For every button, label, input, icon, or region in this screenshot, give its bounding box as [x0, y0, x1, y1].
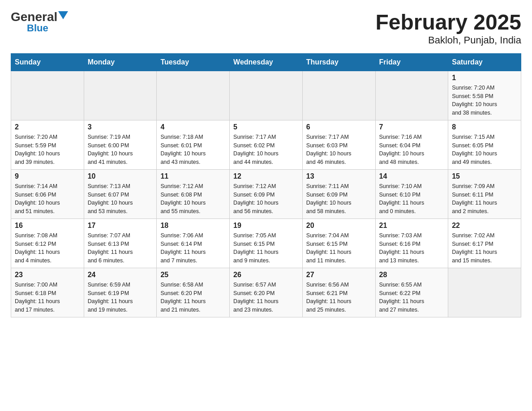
day-info: Sunrise: 7:09 AMSunset: 6:11 PMDaylight:…	[452, 182, 517, 216]
calendar-cell: 6Sunrise: 7:17 AMSunset: 6:03 PMDaylight…	[302, 120, 375, 169]
calendar-cell: 23Sunrise: 7:00 AMSunset: 6:18 PMDayligh…	[11, 268, 84, 317]
calendar-cell: 12Sunrise: 7:12 AMSunset: 6:09 PMDayligh…	[230, 169, 303, 218]
calendar-day-header: Tuesday	[157, 53, 230, 71]
calendar-cell: 16Sunrise: 7:08 AMSunset: 6:12 PMDayligh…	[11, 218, 84, 268]
calendar-week-row: 16Sunrise: 7:08 AMSunset: 6:12 PMDayligh…	[11, 218, 521, 268]
calendar-cell: 24Sunrise: 6:59 AMSunset: 6:19 PMDayligh…	[84, 268, 157, 317]
calendar-cell: 4Sunrise: 7:18 AMSunset: 6:01 PMDaylight…	[157, 120, 230, 169]
calendar-cell	[157, 71, 230, 120]
calendar-cell: 18Sunrise: 7:06 AMSunset: 6:14 PMDayligh…	[157, 218, 230, 268]
day-info: Sunrise: 7:20 AMSunset: 5:59 PMDaylight:…	[15, 133, 80, 167]
day-info: Sunrise: 7:03 AMSunset: 6:16 PMDaylight:…	[379, 231, 445, 265]
day-info: Sunrise: 7:19 AMSunset: 6:00 PMDaylight:…	[88, 133, 153, 167]
calendar-week-row: 2Sunrise: 7:20 AMSunset: 5:59 PMDaylight…	[11, 120, 521, 169]
day-number: 24	[88, 271, 153, 279]
calendar-cell: 19Sunrise: 7:05 AMSunset: 6:15 PMDayligh…	[230, 218, 303, 268]
calendar-cell: 7Sunrise: 7:16 AMSunset: 6:04 PMDaylight…	[375, 120, 448, 169]
calendar-header-row: SundayMondayTuesdayWednesdayThursdayFrid…	[11, 53, 521, 71]
day-info: Sunrise: 6:57 AMSunset: 6:20 PMDaylight:…	[233, 281, 299, 314]
title-block: February 2025 Bakloh, Punjab, India	[375, 11, 521, 46]
calendar-cell: 10Sunrise: 7:13 AMSunset: 6:07 PMDayligh…	[84, 169, 157, 218]
calendar-cell: 25Sunrise: 6:58 AMSunset: 6:20 PMDayligh…	[157, 268, 230, 317]
calendar-cell	[84, 71, 157, 120]
calendar-cell	[448, 268, 521, 317]
day-info: Sunrise: 7:00 AMSunset: 6:18 PMDaylight:…	[15, 281, 80, 314]
calendar-cell: 28Sunrise: 6:55 AMSunset: 6:22 PMDayligh…	[375, 268, 448, 317]
calendar-cell: 26Sunrise: 6:57 AMSunset: 6:20 PMDayligh…	[230, 268, 303, 317]
day-info: Sunrise: 7:14 AMSunset: 6:06 PMDaylight:…	[15, 182, 80, 216]
day-number: 16	[15, 222, 80, 230]
day-number: 15	[452, 172, 517, 180]
day-number: 17	[88, 222, 153, 230]
calendar-day-header: Thursday	[302, 53, 375, 71]
calendar-day-header: Wednesday	[230, 53, 303, 71]
logo-blue-text: Blue	[27, 23, 48, 33]
calendar-cell: 27Sunrise: 6:56 AMSunset: 6:21 PMDayligh…	[302, 268, 375, 317]
day-info: Sunrise: 7:05 AMSunset: 6:15 PMDaylight:…	[233, 231, 299, 265]
calendar-cell: 21Sunrise: 7:03 AMSunset: 6:16 PMDayligh…	[375, 218, 448, 268]
calendar-table: SundayMondayTuesdayWednesdayThursdayFrid…	[11, 53, 521, 317]
day-number: 20	[306, 222, 372, 230]
calendar-cell: 22Sunrise: 7:02 AMSunset: 6:17 PMDayligh…	[448, 218, 521, 268]
day-info: Sunrise: 7:02 AMSunset: 6:17 PMDaylight:…	[452, 231, 517, 265]
calendar-day-header: Saturday	[448, 53, 521, 71]
calendar-cell: 5Sunrise: 7:17 AMSunset: 6:02 PMDaylight…	[230, 120, 303, 169]
day-number: 13	[306, 172, 372, 180]
day-info: Sunrise: 6:56 AMSunset: 6:21 PMDaylight:…	[306, 281, 372, 314]
page-title: February 2025	[375, 11, 521, 34]
calendar-cell: 8Sunrise: 7:15 AMSunset: 6:05 PMDaylight…	[448, 120, 521, 169]
logo-general-text: General	[11, 11, 57, 23]
logo-triangle-icon	[58, 11, 68, 21]
calendar-day-header: Friday	[375, 53, 448, 71]
day-info: Sunrise: 7:13 AMSunset: 6:07 PMDaylight:…	[88, 182, 153, 216]
day-number: 19	[233, 222, 299, 230]
calendar-cell	[302, 71, 375, 120]
day-number: 8	[452, 123, 517, 131]
day-number: 1	[452, 74, 517, 82]
day-number: 22	[452, 222, 517, 230]
day-number: 10	[88, 172, 153, 180]
calendar-cell: 2Sunrise: 7:20 AMSunset: 5:59 PMDaylight…	[11, 120, 84, 169]
day-info: Sunrise: 7:12 AMSunset: 6:08 PMDaylight:…	[160, 182, 226, 216]
page-header: General Blue February 2025 Bakloh, Punja…	[11, 11, 521, 46]
day-number: 28	[379, 271, 445, 279]
calendar-header: SundayMondayTuesdayWednesdayThursdayFrid…	[11, 53, 521, 71]
calendar-cell	[375, 71, 448, 120]
calendar-body: 1Sunrise: 7:20 AMSunset: 5:58 PMDaylight…	[11, 71, 521, 317]
calendar-cell: 13Sunrise: 7:11 AMSunset: 6:09 PMDayligh…	[302, 169, 375, 218]
day-info: Sunrise: 6:59 AMSunset: 6:19 PMDaylight:…	[88, 281, 153, 314]
calendar-day-header: Sunday	[11, 53, 84, 71]
day-number: 27	[306, 271, 372, 279]
day-number: 4	[160, 123, 226, 131]
day-info: Sunrise: 7:17 AMSunset: 6:03 PMDaylight:…	[306, 133, 372, 167]
calendar-week-row: 9Sunrise: 7:14 AMSunset: 6:06 PMDaylight…	[11, 169, 521, 218]
calendar-cell	[230, 71, 303, 120]
day-number: 3	[88, 123, 153, 131]
day-number: 23	[15, 271, 80, 279]
calendar-cell: 17Sunrise: 7:07 AMSunset: 6:13 PMDayligh…	[84, 218, 157, 268]
day-info: Sunrise: 7:10 AMSunset: 6:10 PMDaylight:…	[379, 182, 445, 216]
calendar-week-row: 1Sunrise: 7:20 AMSunset: 5:58 PMDaylight…	[11, 71, 521, 120]
day-number: 2	[15, 123, 80, 131]
page-subtitle: Bakloh, Punjab, India	[375, 34, 521, 46]
calendar-cell: 3Sunrise: 7:19 AMSunset: 6:00 PMDaylight…	[84, 120, 157, 169]
day-info: Sunrise: 6:58 AMSunset: 6:20 PMDaylight:…	[160, 281, 226, 314]
day-number: 12	[233, 172, 299, 180]
day-number: 18	[160, 222, 226, 230]
day-number: 26	[233, 271, 299, 279]
calendar-week-row: 23Sunrise: 7:00 AMSunset: 6:18 PMDayligh…	[11, 268, 521, 317]
calendar-cell	[11, 71, 84, 120]
day-info: Sunrise: 7:15 AMSunset: 6:05 PMDaylight:…	[452, 133, 517, 167]
day-number: 6	[306, 123, 372, 131]
day-info: Sunrise: 6:55 AMSunset: 6:22 PMDaylight:…	[379, 281, 445, 314]
calendar-cell: 1Sunrise: 7:20 AMSunset: 5:58 PMDaylight…	[448, 71, 521, 120]
day-number: 21	[379, 222, 445, 230]
calendar-cell: 14Sunrise: 7:10 AMSunset: 6:10 PMDayligh…	[375, 169, 448, 218]
calendar-cell: 20Sunrise: 7:04 AMSunset: 6:15 PMDayligh…	[302, 218, 375, 268]
day-number: 11	[160, 172, 226, 180]
day-info: Sunrise: 7:16 AMSunset: 6:04 PMDaylight:…	[379, 133, 445, 167]
day-number: 5	[233, 123, 299, 131]
day-info: Sunrise: 7:07 AMSunset: 6:13 PMDaylight:…	[88, 231, 153, 265]
day-number: 7	[379, 123, 445, 131]
day-info: Sunrise: 7:06 AMSunset: 6:14 PMDaylight:…	[160, 231, 226, 265]
